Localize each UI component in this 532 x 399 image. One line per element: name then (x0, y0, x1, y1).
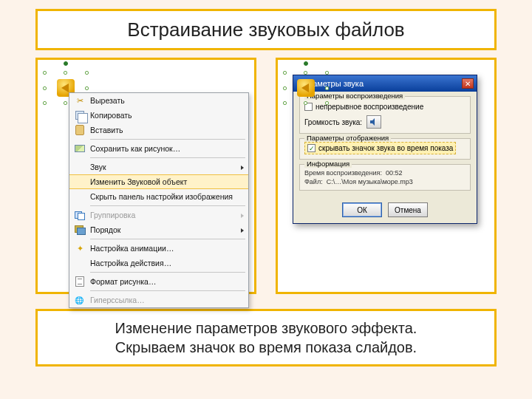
menu-label: Гиперссылка… (90, 296, 145, 304)
checkbox-label: скрывать значок звука во время показа (318, 144, 453, 152)
menu-label: Формат рисунка… (90, 277, 156, 286)
group-icon (72, 209, 87, 221)
resize-handle[interactable] (64, 101, 67, 105)
resize-handle[interactable] (304, 101, 307, 105)
menu-item-action-settings[interactable]: Настройка действия… (69, 256, 248, 270)
resize-handle[interactable] (325, 71, 329, 75)
scissors-icon (72, 95, 87, 106)
checkbox-box-checked[interactable]: ✓ (307, 144, 316, 152)
resize-handle[interactable] (85, 86, 89, 90)
menu-item-paste[interactable]: Вставить (69, 123, 248, 137)
resize-handle[interactable] (64, 71, 67, 75)
speaker-icon (297, 79, 315, 97)
title-text: Встраивание звуковых файлов (127, 18, 404, 41)
caption: Изменение параметров звукового эффекта. … (35, 309, 497, 366)
menu-separator (90, 157, 245, 158)
resize-handle[interactable] (325, 86, 329, 90)
volume-row: Громкость звука: (304, 115, 466, 129)
cancel-button[interactable]: Отмена (388, 202, 428, 217)
menu-label: Копировать (90, 111, 132, 120)
close-icon[interactable]: ✕ (462, 78, 474, 89)
checkbox-hide-highlighted: ✓ скрывать значок звука во время показа (304, 142, 456, 154)
resize-handle[interactable] (43, 101, 47, 105)
menu-label: Настройка анимации… (90, 244, 174, 253)
menu-label: Звук (90, 163, 106, 171)
info-duration: Время воспроизведения: 00:52 (304, 169, 466, 177)
panel-context-menu: Вырезать Копировать Вставить Сохранить к… (35, 58, 256, 294)
speaker-object[interactable] (285, 73, 327, 103)
menu-separator (90, 272, 245, 273)
resize-handle[interactable] (304, 71, 307, 75)
menu-separator (90, 205, 245, 206)
globe-icon (72, 294, 87, 306)
resize-handle[interactable] (43, 71, 47, 75)
menu-item-copy[interactable]: Копировать (69, 108, 248, 123)
info-file: Файл: C:\…\Моя музыка\море.mp3 (304, 178, 466, 185)
panel-dialog: Параметры звука ✕ Параметры воспроизведе… (276, 58, 497, 294)
speaker-small-icon (369, 117, 378, 126)
blank-icon (72, 161, 87, 173)
menu-label: Изменить Звуковой объект (90, 177, 187, 186)
rotate-handle[interactable] (64, 61, 68, 66)
group-caption: Параметры отображения (304, 134, 391, 142)
checkbox-hide-icon[interactable]: ✓ скрывать значок звука во время показа (307, 144, 453, 152)
info-label: Файл: (304, 178, 323, 185)
menu-item-edit-sound-object[interactable]: Изменить Звуковой объект (69, 174, 248, 189)
group-info: Информация Время воспроизведения: 00:52 … (299, 164, 471, 191)
resize-handle[interactable] (283, 101, 287, 105)
menu-item-cut[interactable]: Вырезать (69, 93, 248, 108)
group-display: Параметры отображения ✓ скрывать значок … (299, 138, 471, 160)
menu-label: Вставить (90, 126, 123, 134)
menu-item-order[interactable]: Порядок (69, 222, 248, 237)
menu-label: Группировка (90, 211, 135, 219)
checkbox-label: непрерывное воспроизведение (316, 103, 423, 111)
resize-handle[interactable] (43, 86, 47, 90)
menu-separator (90, 139, 245, 140)
rotate-handle[interactable] (304, 61, 308, 66)
group-caption: Информация (304, 160, 352, 168)
panels-row: Вырезать Копировать Вставить Сохранить к… (0, 58, 532, 294)
blank-icon (72, 191, 87, 202)
menu-label: Порядок (90, 225, 120, 234)
blank-icon (72, 176, 87, 188)
svg-marker-0 (370, 118, 375, 126)
menu-separator (90, 290, 245, 291)
menu-separator (90, 239, 245, 239)
context-menu: Вырезать Копировать Вставить Сохранить к… (69, 92, 249, 308)
menu-label: Скрыть панель настройки изображения (90, 192, 233, 201)
resize-handle[interactable] (85, 71, 89, 75)
menu-item-group: Группировка (69, 208, 248, 222)
menu-item-format-picture[interactable]: Формат рисунка… (69, 274, 248, 289)
picture-icon (72, 143, 87, 154)
page-title: Встраивание звуковых файлов (35, 9, 497, 50)
volume-label: Громкость звука: (304, 118, 362, 126)
caption-line-2: Скрываем значок во время показа слайдов. (52, 338, 480, 357)
blank-icon (72, 257, 87, 269)
menu-item-hide-picture-toolbar[interactable]: Скрыть панель настройки изображения (69, 189, 248, 204)
paste-icon (72, 124, 87, 136)
dialog-buttons: ОК Отмена (293, 198, 477, 223)
menu-item-sound[interactable]: Звук (69, 160, 248, 174)
info-label: Время воспроизведения: (304, 169, 382, 177)
copy-icon (72, 109, 87, 121)
resize-handle[interactable] (325, 101, 329, 105)
menu-item-save-picture[interactable]: Сохранить как рисунок… (69, 141, 248, 156)
menu-label: Сохранить как рисунок… (90, 144, 180, 153)
info-value: C:\…\Моя музыка\море.mp3 (327, 178, 413, 185)
info-value: 00:52 (386, 169, 403, 177)
caption-line-1: Изменение параметров звукового эффекта. (52, 318, 480, 338)
volume-button[interactable] (366, 115, 381, 129)
resize-handle[interactable] (283, 86, 287, 90)
menu-label: Вырезать (90, 96, 125, 105)
order-icon (72, 224, 87, 236)
ok-button[interactable]: ОК (342, 202, 382, 217)
format-icon (72, 276, 87, 287)
star-icon (72, 242, 87, 254)
dialog-body: Параметры воспроизведения непрерывное во… (293, 92, 477, 198)
menu-label: Настройка действия… (90, 259, 171, 267)
menu-item-hyperlink: Гиперссылка… (69, 293, 248, 307)
resize-handle[interactable] (283, 71, 287, 75)
menu-item-custom-animation[interactable]: Настройка анимации… (69, 241, 248, 256)
